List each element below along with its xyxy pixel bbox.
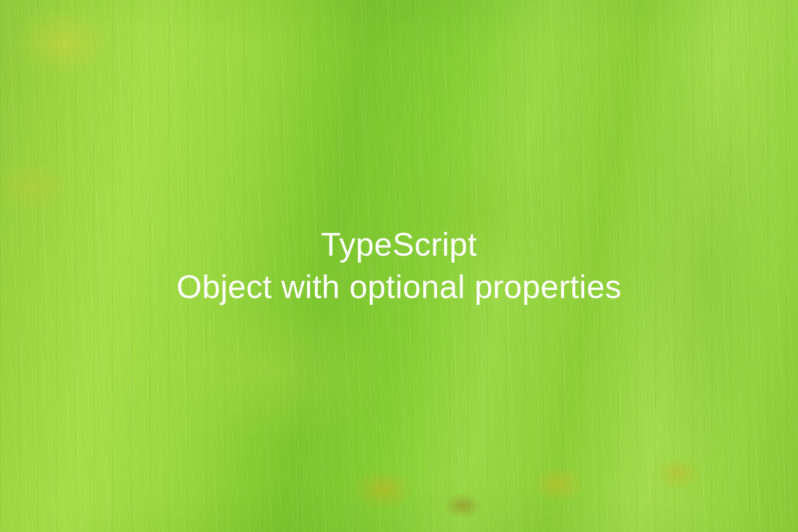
title-line-2: Object with optional properties — [176, 266, 621, 308]
leaf-background: TypeScript Object with optional properti… — [0, 0, 798, 532]
title-line-1: TypeScript — [321, 224, 477, 266]
